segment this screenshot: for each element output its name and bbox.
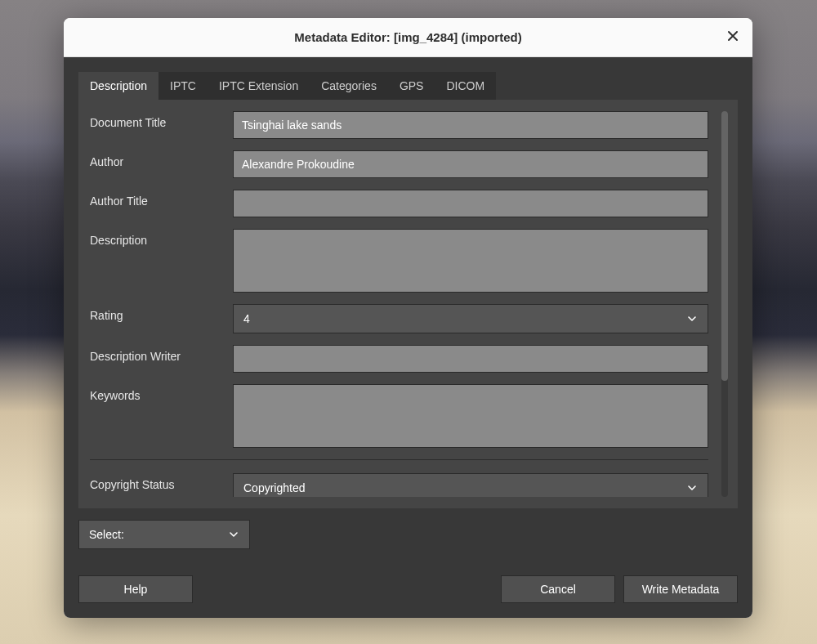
tab-dicom[interactable]: DICOM bbox=[435, 72, 496, 100]
copyright-status-select[interactable]: Copyrighted bbox=[233, 473, 708, 497]
chevron-down-icon bbox=[686, 313, 698, 324]
bottom-controls: Select: bbox=[78, 520, 738, 549]
label-document-title: Document Title bbox=[90, 111, 233, 129]
chevron-down-icon bbox=[686, 482, 698, 494]
author-title-input[interactable] bbox=[233, 190, 708, 217]
label-author: Author bbox=[90, 150, 233, 168]
row-document-title: Document Title bbox=[90, 111, 708, 139]
row-copyright-status: Copyright Status Copyrighted bbox=[90, 473, 708, 497]
label-rating: Rating bbox=[90, 304, 233, 322]
author-input[interactable] bbox=[233, 150, 708, 178]
scrollbar[interactable] bbox=[721, 111, 728, 497]
tab-categories[interactable]: Categories bbox=[310, 72, 388, 100]
label-keywords: Keywords bbox=[90, 384, 233, 402]
chevron-down-icon bbox=[228, 529, 239, 540]
titlebar: Metadata Editor: [img_4284] (imported) bbox=[64, 18, 752, 57]
label-author-title: Author Title bbox=[90, 190, 233, 208]
rating-value: 4 bbox=[243, 312, 250, 325]
tab-gps[interactable]: GPS bbox=[388, 72, 435, 100]
window-title: Metadata Editor: [img_4284] (imported) bbox=[64, 30, 752, 44]
rating-select[interactable]: 4 bbox=[233, 304, 708, 333]
tab-iptc[interactable]: IPTC bbox=[158, 72, 208, 100]
row-keywords: Keywords bbox=[90, 384, 708, 448]
row-author: Author bbox=[90, 150, 708, 178]
metadata-editor-dialog: Metadata Editor: [img_4284] (imported) D… bbox=[64, 18, 752, 618]
label-description-writer: Description Writer bbox=[90, 345, 233, 363]
label-copyright-status: Copyright Status bbox=[90, 473, 233, 491]
dialog-body: Description IPTC IPTC Extension Categori… bbox=[64, 57, 752, 618]
description-input[interactable] bbox=[233, 229, 708, 293]
row-rating: Rating 4 bbox=[90, 304, 708, 333]
tab-description[interactable]: Description bbox=[78, 72, 158, 100]
close-icon bbox=[727, 29, 739, 46]
button-row: Help Cancel Write Metadata bbox=[78, 559, 738, 603]
copyright-status-value: Copyrighted bbox=[243, 481, 306, 494]
tab-iptc-extension[interactable]: IPTC Extension bbox=[208, 72, 310, 100]
write-metadata-button[interactable]: Write Metadata bbox=[623, 575, 738, 603]
form-area: Document Title Author Author Title Descr… bbox=[78, 100, 738, 508]
row-author-title: Author Title bbox=[90, 190, 708, 217]
close-button[interactable] bbox=[723, 28, 743, 47]
bottom-select[interactable]: Select: bbox=[78, 520, 250, 549]
keywords-input[interactable] bbox=[233, 384, 708, 448]
row-description: Description bbox=[90, 229, 708, 293]
description-writer-input[interactable] bbox=[233, 345, 708, 373]
divider bbox=[90, 459, 708, 460]
label-description: Description bbox=[90, 229, 233, 247]
scrollbar-thumb[interactable] bbox=[721, 111, 728, 381]
tabs: Description IPTC IPTC Extension Categori… bbox=[78, 72, 738, 100]
document-title-input[interactable] bbox=[233, 111, 708, 139]
bottom-select-label: Select: bbox=[89, 528, 124, 541]
row-description-writer: Description Writer bbox=[90, 345, 708, 373]
cancel-button[interactable]: Cancel bbox=[501, 575, 615, 603]
help-button[interactable]: Help bbox=[78, 575, 193, 603]
